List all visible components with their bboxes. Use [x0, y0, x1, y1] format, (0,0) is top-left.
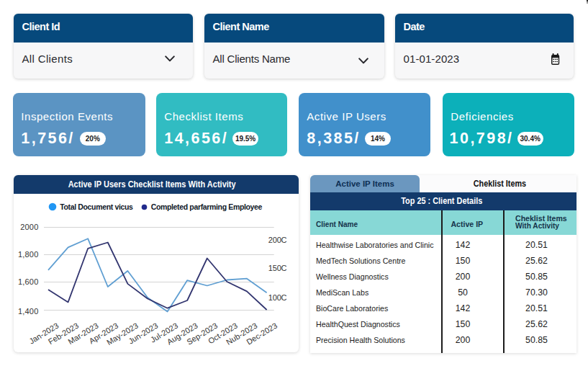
svg-text:1,400: 1,400	[18, 307, 39, 316]
svg-text:150C: 150C	[268, 264, 287, 272]
svg-text:Completed parfarming Employee: Completed parfarming Employee	[151, 202, 263, 211]
svg-text:100C: 100C	[268, 293, 287, 302]
svg-text:1,600: 1,600	[18, 277, 39, 286]
svg-text:1,800: 1,800	[18, 250, 39, 259]
svg-text:200C: 200C	[268, 236, 287, 244]
svg-text:Total Document vicus: Total Document vicus	[60, 202, 133, 211]
svg-text:2000: 2000	[20, 223, 38, 231]
